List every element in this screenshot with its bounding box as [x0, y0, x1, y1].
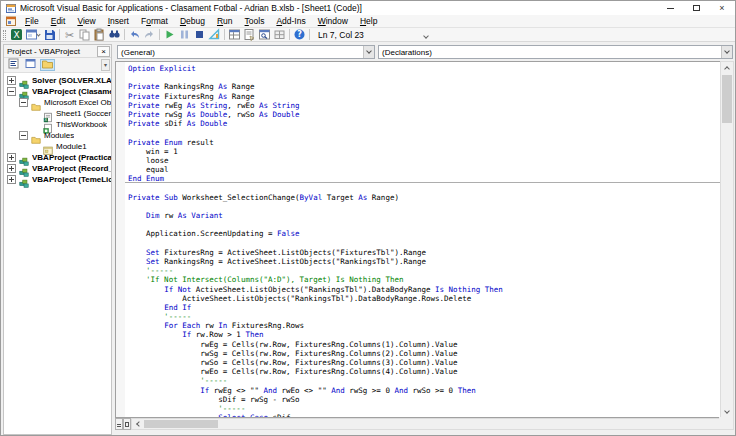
code-line: win = 1: [125, 147, 720, 156]
toolbar-grip[interactable]: [3, 30, 6, 40]
code-line: End If: [125, 303, 720, 312]
project-panel-scroll-handle[interactable]: ▾: [101, 59, 110, 71]
folder-icon: [30, 98, 42, 108]
svg-text:✂: ✂: [65, 29, 74, 42]
code-line: If rw.Row > 1 Then: [125, 330, 720, 339]
vertical-scrollbar-thumb[interactable]: [722, 75, 732, 123]
redo-button[interactable]: [142, 28, 157, 41]
project-panel-close-button[interactable]: ×: [97, 46, 110, 57]
undo-button[interactable]: [127, 28, 142, 41]
menu-window[interactable]: Window: [312, 15, 354, 27]
expand-icon[interactable]: [7, 76, 16, 85]
scroll-down-button[interactable]: [721, 406, 733, 417]
project-explorer-button[interactable]: [227, 28, 242, 41]
horizontal-scrollbar-thumb[interactable]: [144, 420, 218, 428]
object-browser-button[interactable]: [257, 28, 272, 41]
menu-addins[interactable]: Add-Ins: [270, 15, 311, 27]
code-line: [125, 202, 720, 211]
tree-item-vbaproject-practica-sia[interactable]: VBAProject (Practica SIA: [4, 152, 111, 163]
design-mode-icon: [208, 28, 221, 41]
code-line: Private FixturesRng As Range: [125, 92, 720, 101]
tree-item-solver-solver-xlam[interactable]: Solver (SOLVER.XLAM): [4, 75, 111, 86]
vertical-scrollbar[interactable]: [720, 61, 734, 418]
window-title: Microsoft Visual Basic for Applications …: [20, 3, 362, 13]
properties-window-button[interactable]: [242, 28, 257, 41]
close-button[interactable]: ×: [709, 1, 735, 15]
code-line: End Enum: [125, 174, 720, 183]
toggle-folders-button[interactable]: [40, 59, 55, 71]
expand-icon[interactable]: [7, 175, 16, 184]
design-mode-button[interactable]: [207, 28, 222, 41]
tree-item-modules[interactable]: Modules: [4, 130, 111, 141]
menu-file[interactable]: File: [19, 15, 45, 27]
expand-icon[interactable]: [7, 164, 16, 173]
menu-edit[interactable]: Edit: [45, 15, 72, 27]
find-icon: [108, 28, 121, 41]
scrollbar-corner: [719, 417, 733, 429]
scroll-left-button[interactable]: [132, 419, 143, 429]
copy-button[interactable]: [77, 28, 92, 41]
code-line: [125, 239, 720, 248]
userform-dropdown-icon[interactable]: [36, 32, 40, 36]
properties-window-icon: [243, 28, 256, 41]
menu-help[interactable]: Help: [354, 15, 383, 27]
tree-item-label: Modules: [44, 131, 74, 140]
arrow-left-icon: [136, 421, 142, 427]
procedure-view-button[interactable]: [115, 418, 123, 430]
minimize-button[interactable]: [657, 1, 683, 15]
menu-insert[interactable]: Insert: [102, 15, 135, 27]
help-button[interactable]: ?: [292, 28, 307, 41]
horizontal-scrollbar[interactable]: [131, 418, 734, 430]
full-module-view-button[interactable]: [123, 418, 131, 430]
tree-item-vbaproject-clasament-i[interactable]: VBAProject (Clasament I: [4, 86, 111, 97]
reset-button[interactable]: [192, 28, 207, 41]
code-editor[interactable]: Option ExplicitPrivate RankingsRng As Ra…: [115, 61, 720, 418]
toolbox-button[interactable]: [272, 28, 287, 41]
tree-item-thisworkbook[interactable]: ThisWorkbook: [4, 119, 111, 130]
expand-icon[interactable]: [7, 153, 16, 162]
menu-debug[interactable]: Debug: [174, 15, 211, 27]
break-button[interactable]: [177, 28, 192, 41]
reset-icon: [193, 28, 206, 41]
help-icon: ?: [293, 28, 306, 41]
maximize-button[interactable]: [683, 1, 709, 15]
object-dropdown-arrow[interactable]: [363, 46, 374, 58]
tree-item-sheet1-soccer[interactable]: XSheet1 (Soccer): [4, 108, 111, 119]
find-button[interactable]: [107, 28, 122, 41]
code-line: '-----: [125, 266, 720, 275]
run-sub-button[interactable]: [162, 28, 177, 41]
scroll-up-button[interactable]: [721, 62, 733, 73]
tree-item-vbaproject-record-of[interactable]: VBAProject (Record_of_: [4, 163, 111, 174]
view-code-button[interactable]: [6, 59, 21, 71]
procedure-dropdown-arrow[interactable]: [721, 46, 732, 58]
tree-item-microsoft-excel-objects[interactable]: Microsoft Excel Objects: [4, 97, 111, 108]
view-object-button[interactable]: [23, 59, 38, 71]
collapse-icon[interactable]: [19, 98, 28, 107]
code-line: If rwEg <> "" And rwEo <> "" And rwSg >=…: [125, 386, 720, 395]
code-window: (General) (Declarations) Option Explicit…: [114, 42, 735, 431]
paste-button[interactable]: [92, 28, 107, 41]
standard-toolbar: X✂? Ln 7, Col 23: [1, 28, 735, 42]
cut-button[interactable]: ✂: [62, 28, 77, 41]
procedure-dropdown[interactable]: (Declarations): [378, 45, 733, 59]
collapse-icon[interactable]: [7, 87, 16, 96]
menu-run[interactable]: Run: [211, 15, 239, 27]
menu-format[interactable]: Format: [135, 15, 174, 27]
menu-tools[interactable]: Tools: [239, 15, 271, 27]
collapse-icon[interactable]: [19, 131, 28, 140]
code-line: [125, 183, 720, 192]
menu-view[interactable]: View: [71, 15, 101, 27]
object-dropdown[interactable]: (General): [117, 45, 375, 59]
code-line: sDif = rwSg - rwSo: [125, 395, 720, 404]
tree-item-module1[interactable]: Module1: [4, 141, 111, 152]
toolbar-separator: [289, 29, 290, 40]
tree-item-vbaproject-temelicent[interactable]: VBAProject (TemeLicent: [4, 174, 111, 185]
close-icon: ×: [719, 4, 724, 13]
project-panel-header[interactable]: Project - VBAProject ×: [4, 45, 111, 58]
save-button[interactable]: [42, 28, 57, 41]
toolbar-options-button[interactable]: [421, 29, 431, 41]
object-browser-icon: [258, 28, 271, 41]
margin-indicator-bar[interactable]: [116, 62, 125, 417]
view-microsoft-excel-button[interactable]: X: [9, 28, 24, 41]
object-dropdown-value: (General): [118, 48, 363, 57]
